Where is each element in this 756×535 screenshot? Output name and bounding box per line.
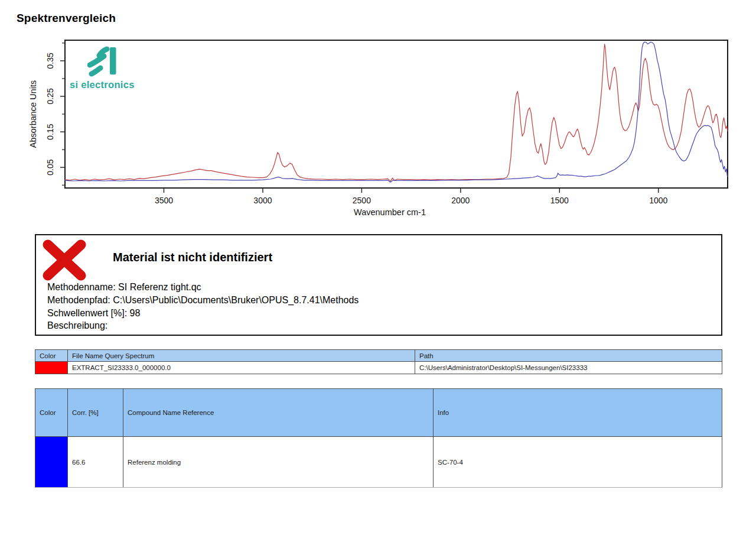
query-table-row: EXTRACT_SI23333.0_000000.0 C:\Users\Admi… bbox=[35, 362, 722, 374]
y-axis-label: Absorbance Units bbox=[28, 80, 38, 148]
spectrum-comparison-chart: 3500300025002000150010000.050.150.250.35… bbox=[0, 0, 756, 225]
query-color-swatch bbox=[35, 362, 67, 374]
query-color-cell bbox=[35, 362, 68, 374]
si-logo-icon bbox=[87, 46, 119, 77]
query-spectrum-table: Color File Name Query Spectrum Path EXTR… bbox=[35, 349, 722, 374]
x-axis-tick-label: 2000 bbox=[451, 196, 470, 205]
x-axis-tick-label: 3500 bbox=[155, 196, 173, 205]
y-axis-tick-label: 0.35 bbox=[45, 53, 55, 69]
query-header-file: File Name Query Spectrum bbox=[68, 350, 415, 362]
x-axis-tick-label: 3000 bbox=[253, 196, 272, 205]
ref-compound-cell: Referenz molding bbox=[123, 437, 434, 487]
ref-corr-cell: 66.6 bbox=[68, 437, 123, 487]
query-header-path: Path bbox=[415, 350, 722, 362]
plot-frame bbox=[65, 40, 728, 188]
methodenname-line: Methodenname: SI Referenz tight.qc bbox=[47, 281, 359, 294]
schwellenwert-line: Schwellenwert [%]: 98 bbox=[47, 307, 359, 320]
ref-header-compound: Compound Name Reference bbox=[123, 389, 434, 437]
y-axis-tick-label: 0.05 bbox=[45, 159, 55, 175]
x-axis-tick-label: 2500 bbox=[353, 196, 371, 205]
ref-color-cell bbox=[35, 437, 68, 487]
y-axis-tick-label: 0.25 bbox=[45, 88, 55, 104]
x-axis-label: Wavenumber cm-1 bbox=[354, 207, 426, 217]
query-spectrum-line bbox=[65, 44, 728, 181]
ref-header-info: Info bbox=[434, 389, 722, 437]
beschreibung-line: Beschreibung: bbox=[47, 319, 359, 332]
ref-header-color: Color bbox=[35, 389, 68, 437]
logo-text: si electronics bbox=[70, 79, 135, 90]
ref-color-swatch bbox=[35, 437, 67, 487]
reference-spectrum-line bbox=[65, 42, 728, 182]
red-x-icon bbox=[40, 239, 89, 281]
result-heading: Material ist nicht identifiziert bbox=[113, 251, 272, 264]
si-electronics-logo: si electronics bbox=[70, 46, 152, 93]
identification-result-box: Material ist nicht identifiziert Methode… bbox=[35, 234, 722, 336]
reference-result-table: Color Corr. [%] Compound Name Reference … bbox=[35, 388, 722, 488]
ref-header-corr: Corr. [%] bbox=[68, 389, 123, 437]
x-axis-tick-label: 1000 bbox=[649, 196, 667, 205]
x-axis-tick-label: 1500 bbox=[550, 196, 569, 205]
query-path-cell: C:\Users\Administrator\Desktop\SI-Messun… bbox=[415, 362, 722, 374]
method-info: Methodenname: SI Referenz tight.qc Metho… bbox=[47, 281, 359, 332]
query-table-header-row: Color File Name Query Spectrum Path bbox=[35, 350, 722, 362]
spectrum-plot: 3500300025002000150010000.050.150.250.35… bbox=[0, 0, 756, 225]
methodenpfad-line: Methodenpfad: C:\Users\Public\Documents\… bbox=[47, 294, 359, 307]
y-axis-tick-label: 0.15 bbox=[45, 124, 55, 140]
ref-info-cell: SC-70-4 bbox=[434, 437, 722, 487]
query-header-color: Color bbox=[35, 350, 68, 362]
reference-table-row: 66.6 Referenz molding SC-70-4 bbox=[35, 437, 722, 487]
reference-table-header-row: Color Corr. [%] Compound Name Reference … bbox=[35, 389, 722, 437]
query-file-cell: EXTRACT_SI23333.0_000000.0 bbox=[68, 362, 415, 374]
